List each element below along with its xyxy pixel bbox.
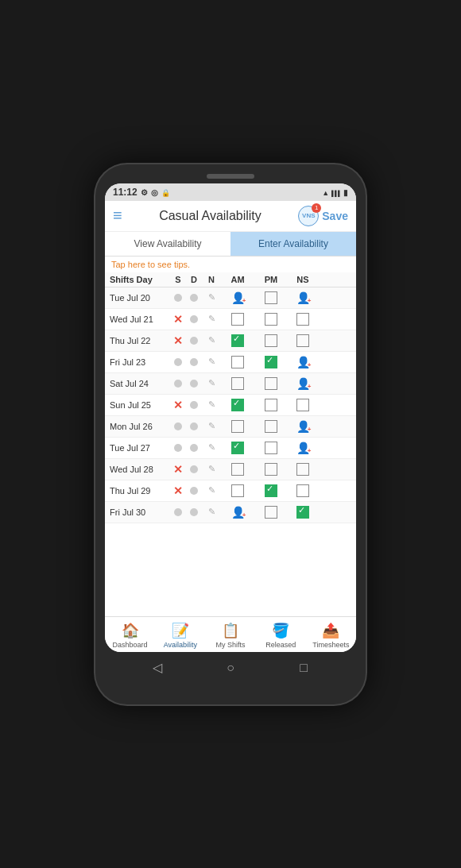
- d-cell[interactable]: [187, 358, 201, 366]
- d-cell[interactable]: [187, 380, 201, 388]
- header-right: VNS 1 Save: [298, 206, 348, 226]
- pm-cell[interactable]: [255, 463, 287, 476]
- table-row: Fri Jul 30 ✎ 👤: [105, 502, 356, 523]
- am-cell[interactable]: [222, 377, 254, 390]
- tab-enter-availability[interactable]: Enter Availability: [230, 232, 356, 256]
- app-header: ≡ Casual Availability VNS 1 Save: [105, 201, 356, 232]
- s-cell[interactable]: [171, 508, 185, 516]
- d-cell[interactable]: [187, 337, 201, 345]
- ns-cell[interactable]: [289, 399, 317, 411]
- nav-item-availability[interactable]: 📝 Availability: [155, 620, 205, 650]
- ns-cell[interactable]: [289, 334, 317, 347]
- n-cell[interactable]: ✎: [203, 442, 220, 453]
- availability-table: Shifts Day S D N AM PM NS Tue Jul 20 ✎ 👤…: [105, 272, 356, 616]
- save-button[interactable]: Save: [322, 210, 348, 222]
- vns-badge[interactable]: VNS 1: [298, 206, 319, 226]
- s-cell[interactable]: [171, 444, 185, 452]
- col-header-am: AM: [222, 275, 254, 284]
- d-cell[interactable]: [187, 487, 201, 495]
- am-cell[interactable]: 👤: [222, 506, 254, 519]
- n-cell[interactable]: ✎: [203, 357, 220, 367]
- n-cell[interactable]: ✎: [203, 464, 220, 474]
- am-cell[interactable]: [222, 356, 254, 368]
- am-cell[interactable]: [222, 442, 254, 454]
- pm-cell[interactable]: [255, 442, 287, 454]
- ns-cell[interactable]: [289, 463, 317, 476]
- am-cell[interactable]: [222, 313, 254, 326]
- am-cell[interactable]: [222, 334, 254, 347]
- n-cell[interactable]: ✎: [203, 292, 220, 303]
- n-cell[interactable]: ✎: [203, 399, 220, 410]
- gear-icon: [141, 187, 148, 197]
- date-cell: Wed Jul 21: [110, 314, 169, 324]
- pm-cell[interactable]: [255, 506, 287, 519]
- date-cell: Fri Jul 30: [110, 507, 169, 517]
- nav-item-released[interactable]: 🪣 Released: [256, 620, 306, 650]
- d-cell[interactable]: [187, 465, 201, 473]
- n-cell[interactable]: ✎: [203, 378, 220, 388]
- pm-cell[interactable]: [255, 313, 287, 326]
- home-button[interactable]: ○: [223, 660, 238, 676]
- s-cell[interactable]: ✕: [171, 334, 185, 347]
- ns-cell[interactable]: 👤: [289, 442, 317, 454]
- pm-cell[interactable]: [255, 420, 287, 433]
- nav-item-timesheets[interactable]: 📤 Timesheets: [306, 620, 356, 650]
- am-cell[interactable]: 👤: [222, 291, 254, 304]
- d-cell[interactable]: [187, 444, 201, 452]
- n-cell[interactable]: ✎: [203, 421, 220, 431]
- table-row: Tue Jul 20 ✎ 👤 👤: [105, 287, 356, 309]
- speaker: [207, 174, 254, 179]
- ns-cell[interactable]: 👤: [289, 377, 317, 390]
- pm-cell[interactable]: [255, 484, 287, 497]
- am-cell[interactable]: [222, 420, 254, 433]
- pm-cell[interactable]: [255, 334, 287, 347]
- nav-item-dashboard[interactable]: 🏠 Dashboard: [105, 620, 155, 650]
- date-cell: Thu Jul 29: [110, 486, 169, 496]
- table-row: Wed Jul 28 ✕ ✎: [105, 459, 356, 480]
- ns-cell[interactable]: 👤: [289, 420, 317, 433]
- s-cell[interactable]: ✕: [171, 399, 185, 411]
- my-shifts-icon: 📋: [222, 622, 239, 639]
- s-cell[interactable]: ✕: [171, 484, 185, 497]
- d-cell[interactable]: [187, 508, 201, 516]
- n-cell[interactable]: ✎: [203, 507, 220, 517]
- date-cell: Thu Jul 22: [110, 336, 169, 345]
- phone-shell: 11:12 ≡ Casual Availability VNS 1: [95, 164, 366, 704]
- phone-top: [105, 174, 356, 179]
- s-cell[interactable]: [171, 380, 185, 388]
- table-row: Sat Jul 24 ✎ 👤: [105, 373, 356, 395]
- s-cell[interactable]: ✕: [171, 463, 185, 476]
- ns-cell[interactable]: [289, 484, 317, 497]
- s-cell[interactable]: [171, 358, 185, 366]
- phone-bottom: ◁ ○ □: [105, 657, 356, 679]
- nav-item-my-shifts[interactable]: 📋 My Shifts: [205, 620, 255, 650]
- dashboard-icon: 🏠: [122, 622, 139, 639]
- am-cell[interactable]: [222, 399, 254, 411]
- back-button[interactable]: ◁: [149, 660, 165, 676]
- s-cell[interactable]: [171, 294, 185, 302]
- ns-cell[interactable]: [289, 313, 317, 326]
- d-cell[interactable]: [187, 315, 201, 323]
- pm-cell[interactable]: [255, 356, 287, 368]
- n-cell[interactable]: ✎: [203, 314, 220, 324]
- d-cell[interactable]: [187, 422, 201, 430]
- am-cell[interactable]: [222, 463, 254, 476]
- recent-button[interactable]: □: [296, 660, 312, 676]
- tab-view-availability[interactable]: View Availability: [105, 232, 230, 256]
- tips-bar[interactable]: Tap here to see tips.: [105, 257, 356, 272]
- n-cell[interactable]: ✎: [203, 335, 220, 345]
- d-cell[interactable]: [187, 401, 201, 409]
- pm-cell[interactable]: [255, 377, 287, 390]
- menu-icon[interactable]: ≡: [113, 206, 122, 225]
- ns-cell[interactable]: 👤: [289, 291, 317, 304]
- d-cell[interactable]: [187, 294, 201, 302]
- pm-cell[interactable]: [255, 399, 287, 411]
- pm-cell[interactable]: [255, 291, 287, 304]
- ns-cell[interactable]: [289, 506, 317, 519]
- n-cell[interactable]: ✎: [203, 485, 220, 496]
- am-cell[interactable]: [222, 484, 254, 497]
- s-cell[interactable]: [171, 422, 185, 430]
- lock-icon: [161, 187, 170, 197]
- s-cell[interactable]: ✕: [171, 313, 185, 326]
- ns-cell[interactable]: 👤: [289, 356, 317, 368]
